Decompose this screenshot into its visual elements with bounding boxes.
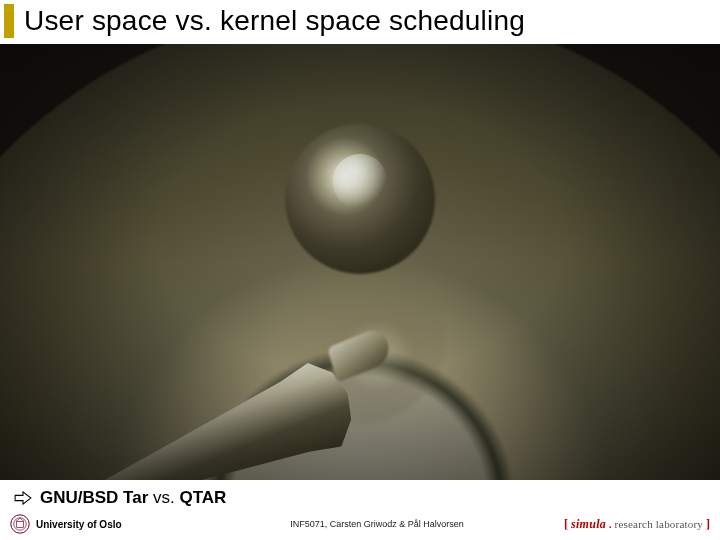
university-seal-icon	[10, 514, 30, 534]
bullet-text: GNU/BSD Tar vs. QTAR	[40, 488, 226, 508]
background-image	[0, 44, 720, 480]
bracket-open: [	[564, 517, 568, 532]
bullet-row: GNU/BSD Tar vs. QTAR	[0, 480, 720, 512]
research-laboratory-text: research laboratory	[615, 518, 703, 530]
footer-mid-text: INF5071, Carsten Griwodz & Pål Halvorsen	[190, 519, 564, 529]
slide: User space vs. kernel space scheduling G…	[0, 0, 720, 540]
vignette-overlay	[0, 44, 720, 480]
title-bar: User space vs. kernel space scheduling	[0, 0, 720, 44]
footer: University of Oslo INF5071, Carsten Griw…	[0, 512, 720, 540]
brand-dot: .	[609, 519, 612, 530]
footer-right: [ simula . research laboratory ]	[564, 517, 710, 532]
bullet-part-vs: vs.	[148, 488, 179, 507]
bottom-content: GNU/BSD Tar vs. QTAR University of Oslo …	[0, 480, 720, 540]
bracket-close: ]	[706, 517, 710, 532]
bullet-part-2: QTAR	[179, 488, 226, 507]
svg-point-1	[14, 518, 27, 531]
slide-title: User space vs. kernel space scheduling	[24, 5, 525, 37]
svg-rect-2	[17, 522, 24, 528]
simula-brand: simula	[571, 517, 606, 532]
arrow-bullet-icon	[14, 491, 32, 505]
title-accent-bar	[4, 4, 14, 38]
bullet-part-1: GNU/BSD Tar	[40, 488, 148, 507]
footer-left-text: University of Oslo	[36, 519, 122, 530]
footer-left: University of Oslo	[10, 514, 190, 534]
